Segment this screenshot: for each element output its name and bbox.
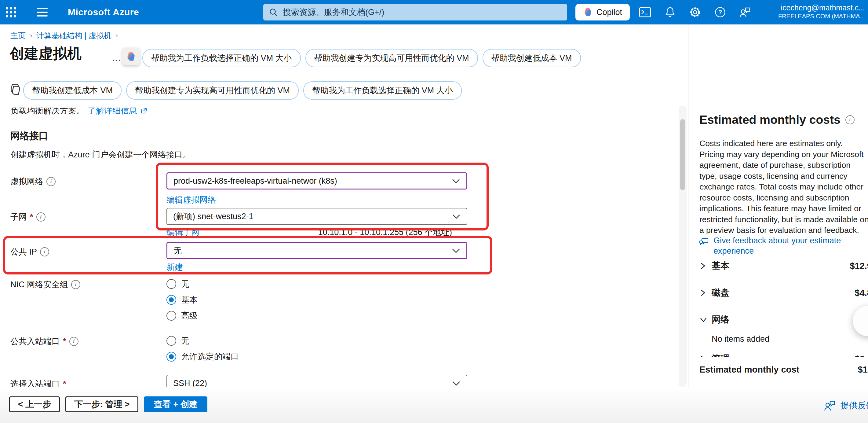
chevron-down-icon — [700, 316, 712, 323]
nic-nsg-option-none[interactable]: 无 — [166, 279, 197, 289]
main-content: 主页 › 计算基础结构 | 虚拟机 › 创建虚拟机 … 帮助我为工作负载选择正确… — [0, 24, 868, 387]
external-link-icon — [140, 108, 148, 114]
edit-virtual-network-link[interactable]: 编辑虚拟网络 — [166, 194, 216, 205]
copilot-chip[interactable]: 帮助我创建低成本 VM — [23, 81, 122, 100]
info-icon[interactable]: i — [845, 115, 855, 124]
feedback-button[interactable] — [739, 5, 752, 19]
copilot-chip[interactable]: 帮助我创建专为实现高可用性而优化的 VM — [305, 49, 478, 67]
cost-row-disk[interactable]: 磁盘 $4.8 — [700, 286, 868, 300]
brand-title[interactable]: Microsoft Azure — [68, 7, 139, 18]
chevron-right-icon: › — [116, 32, 118, 40]
waffle-icon — [6, 7, 16, 18]
person-feedback-icon — [739, 6, 752, 18]
page-title: 创建虚拟机 — [10, 44, 82, 63]
nic-nsg-option-basic[interactable]: 基本 — [166, 294, 197, 305]
info-icon[interactable]: i — [46, 177, 56, 186]
breadcrumb-home[interactable]: 主页 — [10, 31, 26, 41]
virtual-network-value: prod-usw2-k8s-freeleaps-virtual-networ (… — [174, 176, 452, 186]
chevron-right-icon — [700, 262, 712, 270]
virtual-network-label: 虚拟网络 i — [10, 176, 56, 187]
page-feedback-link[interactable]: 提供反馈 — [824, 399, 868, 412]
copilot-outline-icon — [8, 83, 22, 96]
select-inbound-ports-label: 选择入站端口 * — [10, 378, 66, 387]
azure-portal-window: Microsoft Azure Copilot — [0, 0, 868, 423]
virtual-network-dropdown[interactable]: prod-usw2-k8s-freeleaps-virtual-networ (… — [166, 172, 467, 190]
previous-button[interactable]: < 上一步 — [9, 396, 60, 412]
create-new-public-ip-link[interactable]: 新建 — [166, 262, 183, 273]
public-inbound-ports-radio-group: 无 允许选定的端口 — [166, 336, 239, 362]
nic-nsg-label: NIC 网络安全组 i — [10, 279, 80, 290]
nic-nsg-radio-group: 无 基本 高级 — [166, 279, 197, 321]
info-icon[interactable]: i — [40, 247, 49, 256]
public-inbound-ports-label: 公共入站端口 * i — [10, 336, 79, 347]
no-items-note: No items added — [712, 334, 769, 344]
portal-menu-button[interactable] — [31, 0, 53, 24]
settings-button[interactable] — [688, 5, 702, 19]
copilot-logo-icon — [126, 51, 136, 62]
radio-selected-icon — [166, 352, 176, 362]
notifications-button[interactable] — [663, 5, 677, 19]
chevron-right-icon — [700, 289, 712, 297]
subnet-label: 子网 * i — [10, 212, 45, 223]
public-ip-dropdown[interactable]: 无 — [166, 242, 467, 259]
terminal-icon — [639, 7, 651, 18]
chevron-down-icon — [452, 214, 461, 219]
chevron-down-icon — [452, 178, 460, 184]
search-input[interactable] — [282, 7, 562, 18]
cloud-shell-button[interactable] — [638, 5, 652, 19]
svg-text:?: ? — [718, 9, 722, 16]
inbound-option-none[interactable]: 无 — [166, 336, 239, 346]
subnet-value: (新项) snet-westus2-1 — [173, 211, 452, 222]
global-search[interactable] — [263, 4, 567, 21]
info-icon[interactable]: i — [36, 213, 45, 222]
help-button[interactable]: ? — [713, 5, 727, 19]
cost-row-basic[interactable]: 基本 $12.9 — [700, 259, 868, 273]
top-bar: Microsoft Azure Copilot — [0, 0, 868, 24]
wizard-footer: < 上一步 下一步: 管理 > 查看 + 创建 提供反馈 — [0, 387, 868, 423]
learn-more-link[interactable]: 了解详细信息 — [88, 108, 137, 116]
select-inbound-ports-dropdown[interactable]: SSH (22) — [166, 375, 467, 387]
intro-text-clipped: 负载均衡解决方案。 了解详细信息 — [10, 108, 148, 120]
info-icon[interactable]: i — [69, 337, 79, 346]
account-email: icecheng@mathmast.c... — [778, 3, 865, 12]
breadcrumb-parent[interactable]: 计算基础结构 | 虚拟机 — [36, 31, 111, 41]
cost-amount: $12.9 — [850, 261, 868, 271]
radio-icon — [166, 336, 176, 346]
chevron-right-icon: › — [30, 32, 32, 40]
copilot-suggestions-button[interactable] — [122, 48, 140, 65]
app-launcher-button[interactable] — [0, 0, 22, 24]
cost-row-network[interactable]: 网络 $0.0 — [700, 313, 868, 327]
estimate-feedback-link[interactable]: Give feedback about your estimate experi… — [699, 235, 848, 256]
next-button[interactable]: 下一步: 管理 > — [65, 396, 138, 412]
copilot-chip[interactable]: 帮助我创建专为实现高可用性而优化的 VM — [126, 81, 299, 100]
inbound-ports-value: SSH (22) — [173, 379, 452, 387]
copilot-chip[interactable]: 帮助我创建低成本 VM — [483, 49, 581, 67]
radio-icon — [166, 279, 176, 289]
subnet-dropdown[interactable]: (新项) snet-westus2-1 — [166, 208, 467, 225]
gear-icon — [689, 6, 701, 18]
costs-disclaimer: Costs indicated here are estimates only.… — [700, 138, 868, 236]
chevron-down-icon — [452, 381, 461, 386]
copilot-chip[interactable]: 帮助我为工作负载选择正确的 VM 大小 — [142, 49, 301, 67]
copilot-logo-icon — [583, 7, 593, 17]
feedback-bubbles-icon — [699, 237, 709, 256]
total-label: Estimated monthly cost — [700, 365, 799, 375]
copilot-chip[interactable]: 帮助我为工作负载选择正确的 VM 大小 — [303, 81, 462, 100]
inbound-option-allow-selected[interactable]: 允许选定的端口 — [166, 351, 239, 362]
chevron-down-icon — [452, 248, 460, 253]
info-icon[interactable]: i — [71, 280, 80, 289]
overflow-menu[interactable]: … — [112, 53, 122, 63]
nic-nsg-option-advanced[interactable]: 高级 — [166, 311, 197, 321]
account-menu[interactable]: icecheng@mathmast.c... FREELEAPS.COM (MA… — [778, 3, 865, 20]
copilot-button-label: Copilot — [596, 8, 622, 17]
radio-icon — [166, 311, 176, 320]
person-feedback-icon — [824, 399, 836, 412]
review-create-button[interactable]: 查看 + 创建 — [144, 396, 207, 412]
bell-icon — [664, 6, 676, 18]
subnet-address-range: 10.10.1.0 - 10.10.1.255 (256 个地址) — [166, 227, 452, 238]
copilot-chip-row-bottom: 帮助我创建低成本 VM 帮助我创建专为实现高可用性而优化的 VM 帮助我为工作负… — [23, 81, 462, 100]
costs-panel-title: Estimated monthly costs i — [700, 113, 855, 126]
account-tenant: FREELEAPS.COM (MATHMA... — [778, 12, 865, 20]
copilot-button[interactable]: Copilot — [576, 4, 630, 21]
scrollbar-thumb[interactable] — [680, 119, 685, 190]
